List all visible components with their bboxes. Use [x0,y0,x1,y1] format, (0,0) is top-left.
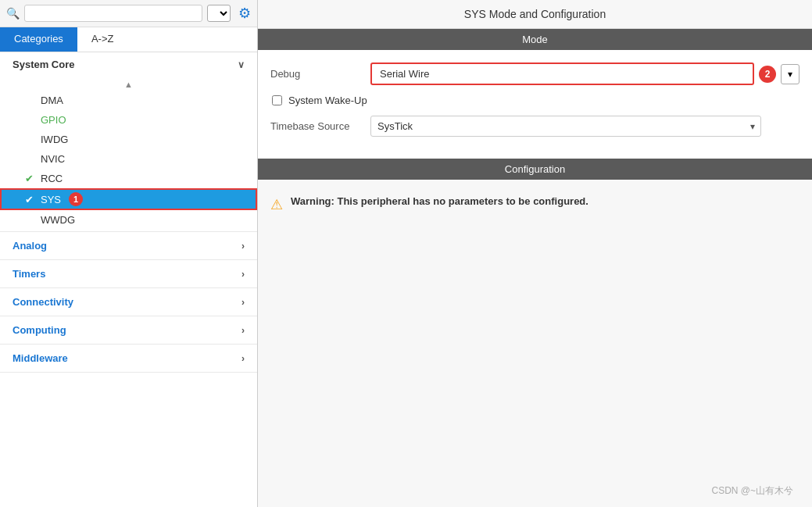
categories-list: System Core ∨ ▲ DMA GPIO I [0,52,257,507]
iwdg-label: IWDG [41,134,68,145]
system-core-chevron: ∨ [238,59,245,70]
system-core-section: System Core ∨ ▲ DMA GPIO I [0,52,257,232]
wwdg-check-icon [25,214,36,226]
gpio-check-icon [25,114,36,126]
analog-label: Analog [13,240,47,252]
sidebar-item-iwdg[interactable]: IWDG [0,130,257,149]
system-wakeup-checkbox[interactable] [272,95,282,105]
connectivity-chevron: › [241,297,245,308]
right-panel: SYS Mode and Configuration Mode Debug 2 … [258,0,812,507]
middleware-chevron: › [241,353,245,364]
system-core-items: ▲ DMA GPIO IWDG [0,77,257,231]
debug-dropdown-button[interactable]: ▾ [781,64,799,84]
search-icon: 🔍 [6,7,20,20]
gpio-label: GPIO [41,114,66,126]
computing-label: Computing [13,324,66,336]
timebase-row: Timebase Source SysTick [270,116,799,137]
left-panel: 🔍 ⚙ Categories A->Z System Core ∨ ▲ [0,0,258,507]
timers-label: Timers [13,268,45,280]
debug-input-wrap: 2 ▾ [370,62,799,85]
nvic-label: NVIC [41,153,65,165]
rcc-label: RCC [41,173,63,184]
settings-icon[interactable]: ⚙ [238,5,251,22]
config-body: ⚠ Warning: This peripheral has no parame… [258,180,812,229]
debug-label: Debug [270,68,364,80]
sidebar-item-middleware[interactable]: Middleware › [0,345,257,373]
system-core-label: System Core [13,59,74,70]
search-dropdown[interactable] [207,5,231,22]
search-bar: 🔍 ⚙ [0,0,257,27]
timebase-wrapper: SysTick [370,116,761,137]
analog-chevron: › [241,241,245,252]
debug-row: Debug 2 ▾ [270,62,799,85]
sidebar-item-timers[interactable]: Timers › [0,260,257,288]
system-wakeup-label: System Wake-Up [288,95,367,106]
sidebar-item-sys[interactable]: ✔ SYS 1 [0,188,257,210]
rcc-check-icon: ✔ [25,173,36,184]
watermark: CSDN @~山有木兮 [711,484,793,498]
sys-badge: 1 [69,192,83,206]
debug-badge: 2 [759,66,776,83]
sidebar-item-rcc[interactable]: ✔ RCC [0,169,257,188]
sidebar-item-wwdg[interactable]: WWDG [0,210,257,230]
dma-check-icon [25,95,36,106]
scroll-up-arrow: ▲ [0,78,257,91]
sidebar-item-gpio[interactable]: GPIO [0,110,257,130]
search-input[interactable] [24,5,202,22]
system-core-header[interactable]: System Core ∨ [0,52,257,77]
timebase-select[interactable]: SysTick [370,116,761,137]
nvic-check-icon [25,153,36,165]
sys-label: SYS [41,194,61,205]
sidebar-item-connectivity[interactable]: Connectivity › [0,288,257,316]
middleware-label: Middleware [13,352,68,364]
system-wakeup-row: System Wake-Up [270,95,799,106]
dma-label: DMA [41,95,63,106]
mode-section-header: Mode [258,29,812,50]
tabs-row: Categories A->Z [0,27,257,52]
tab-categories[interactable]: Categories [0,27,77,52]
sidebar-item-dma[interactable]: DMA [0,91,257,110]
computing-chevron: › [241,325,245,336]
iwdg-check-icon [25,134,36,145]
timers-chevron: › [241,269,245,280]
sys-check-icon: ✔ [25,194,36,205]
debug-input[interactable] [370,62,754,85]
sidebar-item-nvic[interactable]: NVIC [0,149,257,169]
tab-atoz[interactable]: A->Z [77,27,128,52]
wwdg-label: WWDG [41,214,75,226]
warning-message: Warning: This peripheral has no paramete… [291,195,588,207]
timebase-label: Timebase Source [270,120,364,132]
sidebar-item-analog[interactable]: Analog › [0,232,257,260]
config-section-header: Configuration [258,159,812,180]
page-title: SYS Mode and Configuration [258,0,812,29]
config-section: Configuration ⚠ Warning: This peripheral… [258,159,812,229]
warning-icon: ⚠ [270,196,283,213]
connectivity-label: Connectivity [13,296,73,308]
sidebar-item-computing[interactable]: Computing › [0,316,257,345]
mode-section: Debug 2 ▾ System Wake-Up Timebase Source… [258,50,812,159]
